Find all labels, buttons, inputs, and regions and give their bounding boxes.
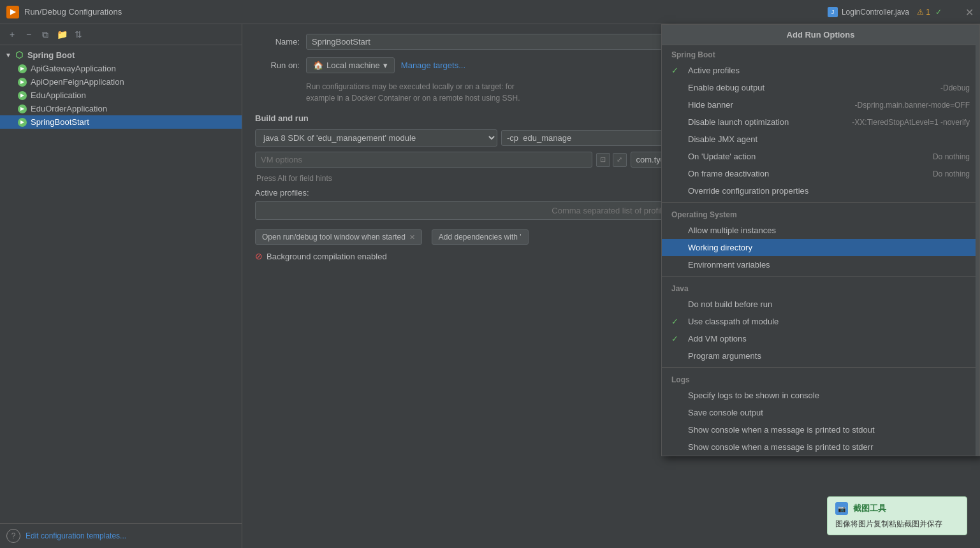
name-label: Name: (255, 37, 300, 47)
main-layout: + − ⧉ 📁 ⇅ ▼ ⬡ Spring Boot ▶ (0, 24, 980, 548)
sidebar-item-eduorder[interactable]: ▶ EduOrderApplication (0, 102, 242, 115)
sidebar-toolbar: + − ⧉ 📁 ⇅ (0, 24, 242, 45)
app-icon: ▶ (6, 6, 19, 18)
check-mark-icon (671, 169, 682, 178)
tooltip-title: 截图工具 (853, 503, 886, 514)
sidebar-item-springbootstart[interactable]: ▶ SpringBootStart (0, 115, 242, 129)
dropdown-section-logs: Logs (662, 370, 979, 387)
run-on-label: Run on: (255, 61, 300, 70)
dropdown-item-debug-output[interactable]: Enable debug output -Ddebug (662, 79, 979, 96)
divider-1 (662, 202, 979, 203)
check-mark-icon: ✓ (671, 66, 682, 75)
dropdown-arrow-icon: ▾ (383, 61, 388, 70)
run-config-icon: ▶ (18, 91, 27, 100)
group-arrow: ▼ (5, 52, 11, 59)
edit-templates-link[interactable]: Edit configuration templates... (26, 531, 126, 540)
screenshot-icon: 📷 (835, 502, 848, 515)
add-deps-chip: Add dependencies with ' (432, 229, 529, 245)
vm-icons: ⊡ ⤢ (596, 153, 627, 167)
dropdown-item-show-console-stdout[interactable]: Show console when a message is printed t… (662, 421, 979, 438)
check-mark-icon (671, 299, 682, 309)
dropdown-section-spring: Spring Boot (662, 45, 979, 62)
tooltip-header: 📷 截图工具 (835, 502, 959, 515)
dropdown-item-disable-jmx[interactable]: Disable JMX agent (662, 131, 979, 148)
check-mark-icon (671, 243, 682, 252)
copy-config-button[interactable]: ⧉ (38, 27, 52, 41)
run-config-icon: ▶ (18, 64, 27, 73)
add-run-options-dropdown: Add Run Options Spring Boot ✓ Active pro… (661, 24, 980, 456)
dropdown-item-add-vm-options[interactable]: ✓ Add VM options (662, 330, 979, 347)
run-config-icon-selected: ▶ (18, 118, 27, 127)
fullscreen-icon[interactable]: ⤢ (613, 153, 627, 167)
close-button[interactable]: ✕ (965, 6, 974, 18)
scrollbar[interactable] (976, 25, 979, 456)
manage-targets-link[interactable]: Manage targets... (401, 61, 465, 70)
dropdown-item-env-variables[interactable]: Environment variables (662, 256, 979, 273)
check-mark-icon: ✓ (671, 317, 682, 326)
check-mark-icon (671, 442, 682, 452)
help-button[interactable]: ? (6, 529, 20, 543)
sidebar-footer: ? Edit configuration templates... (0, 523, 242, 548)
folder-config-button[interactable]: 📁 (55, 27, 69, 41)
tooltip-text: 图像将图片复制粘贴截图并保存 (835, 519, 959, 530)
add-config-button[interactable]: + (5, 27, 19, 41)
title-bar: ▶ Run/Debug Configurations J LoginContro… (0, 0, 980, 24)
dropdown-item-use-classpath[interactable]: ✓ Use classpath of module (662, 313, 979, 330)
divider-3 (662, 367, 979, 368)
dropdown-item-on-update[interactable]: On 'Update' action Do nothing (662, 148, 979, 165)
dropdown-item-save-console[interactable]: Save console output (662, 404, 979, 421)
sort-config-button[interactable]: ⇅ (71, 27, 85, 41)
dropdown-item-multiple-instances[interactable]: Allow multiple instances (662, 222, 979, 239)
java-file-icon: J (828, 7, 838, 17)
local-machine-button[interactable]: 🏠 Local machine ▾ (306, 57, 395, 73)
dropdown-item-do-not-build[interactable]: Do not build before run (662, 296, 979, 313)
check-mark-icon (671, 425, 682, 435)
dropdown-item-on-frame-deactivation[interactable]: On frame deactivation Do nothing (662, 165, 979, 182)
check-mark-icon (671, 152, 682, 161)
error-icon: ⊘ (255, 251, 263, 261)
open-window-chip: Open run/debug tool window when started … (255, 229, 422, 245)
dropdown-item-active-profiles[interactable]: ✓ Active profiles (662, 62, 979, 79)
check-mark-icon (671, 351, 682, 361)
config-tree: ▼ ⬡ Spring Boot ▶ ApiGatewayApplication … (0, 45, 242, 523)
check-mark-icon (671, 408, 682, 417)
spring-boot-group[interactable]: ▼ ⬡ Spring Boot (0, 48, 242, 62)
check-mark-icon (671, 83, 682, 92)
dropdown-header: Add Run Options (662, 25, 979, 45)
check-mark-icon (671, 134, 682, 144)
dropdown-item-hide-banner[interactable]: Hide banner -Dspring.main.banner-mode=OF… (662, 96, 979, 113)
dropdown-item-override-props[interactable]: Override configuration properties (662, 182, 979, 199)
remove-config-button[interactable]: − (22, 27, 36, 41)
sidebar: + − ⧉ 📁 ⇅ ▼ ⬡ Spring Boot ▶ (0, 24, 242, 548)
sidebar-item-edu[interactable]: ▶ EduApplication (0, 89, 242, 102)
check-mark-icon (671, 100, 682, 110)
check-mark-icon (671, 226, 682, 235)
sdk-dropdown[interactable]: java 8 SDK of 'edu_management' module (255, 129, 497, 147)
dropdown-section-java: Java (662, 279, 979, 296)
run-config-icon: ▶ (18, 78, 27, 87)
dropdown-item-show-console-stderr[interactable]: Show console when a message is printed t… (662, 438, 979, 456)
divider-2 (662, 276, 979, 277)
spring-boot-icon: ⬡ (14, 50, 24, 60)
dropdown-item-working-directory[interactable]: Working directory (662, 239, 979, 256)
dialog-title: Run/Debug Configurations (24, 7, 122, 17)
dropdown-item-specify-logs[interactable]: Specify logs to be shown in console (662, 387, 979, 404)
editor-tab: J LoginController.java ⚠ 1 ✓ (828, 7, 942, 17)
dropdown-section-os: Operating System (662, 205, 979, 222)
run-config-icon: ▶ (18, 105, 27, 113)
check-mark-icon (671, 117, 682, 127)
check-mark-icon (671, 260, 682, 270)
vm-options-input[interactable] (255, 152, 592, 168)
check-mark-icon: ✓ (671, 334, 682, 343)
check-mark-icon (671, 186, 682, 196)
sidebar-item-apiopenfeign[interactable]: ▶ ApiOpenFeignApplication (0, 75, 242, 89)
chip-close-icon[interactable]: ✕ (409, 233, 415, 242)
dropdown-item-program-args[interactable]: Program arguments (662, 347, 979, 364)
screenshot-tooltip: 📷 截图工具 图像将图片复制粘贴截图并保存 (827, 496, 967, 535)
expand-icon[interactable]: ⊡ (596, 153, 610, 167)
sidebar-item-apigateway[interactable]: ▶ ApiGatewayApplication (0, 62, 242, 75)
house-icon: 🏠 (313, 61, 323, 70)
main-content: Store as project file ⚙ Name: Run on: 🏠 … (242, 24, 980, 548)
check-mark-icon (671, 391, 682, 400)
dropdown-item-disable-optimization[interactable]: Disable launch optimization -XX:TieredSt… (662, 113, 979, 131)
